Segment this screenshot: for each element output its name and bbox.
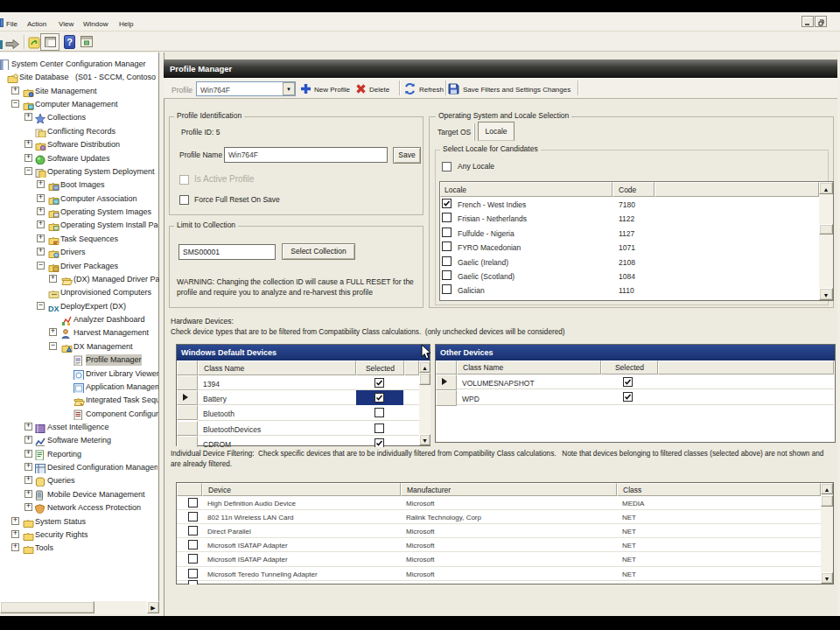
svg-text:DX: DX (48, 304, 60, 312)
